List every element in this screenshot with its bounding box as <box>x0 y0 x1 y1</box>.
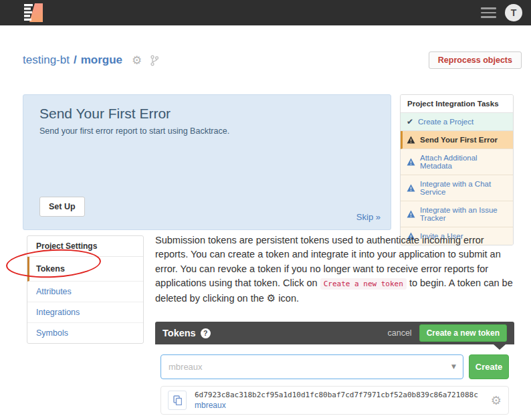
token-row: 6d7923c8ac318b2cf95a1d10d1fc80baf7cd7f79… <box>161 386 509 415</box>
onboarding-subtitle: Send your first error report to start us… <box>39 126 229 136</box>
task-create-a-project[interactable]: ✔ Create a Project <box>401 113 513 131</box>
task-label: Create a Project <box>418 118 473 126</box>
project-settings-gear-icon[interactable]: ⚙ <box>132 55 142 66</box>
create-new-token-button[interactable]: Create a new token <box>419 324 507 342</box>
header-caret-down <box>494 344 506 350</box>
project-settings-panel: Project Settings Tokens Attributes Integ… <box>27 235 144 344</box>
reprocess-objects-button[interactable]: Reprocess objects <box>429 51 522 69</box>
token-owner-input[interactable] <box>161 354 463 379</box>
task-label: Integrate with an Issue Tracker <box>420 206 507 222</box>
hamburger-menu-icon[interactable] <box>481 7 496 17</box>
breadcrumb-org-link[interactable]: testing-bt <box>23 54 70 67</box>
tokens-panel-header: Tokens ? cancel Create a new token <box>155 322 514 344</box>
token-settings-gear-icon[interactable]: ⚙ <box>491 395 502 407</box>
task-integrate-chat-service[interactable]: Integrate with a Chat Service <box>401 175 513 201</box>
warning-icon <box>407 210 415 218</box>
help-icon[interactable]: ? <box>201 328 211 338</box>
settings-item-integrations[interactable]: Integrations <box>27 302 143 323</box>
integration-tasks-header: Project Integration Tasks <box>401 95 513 113</box>
settings-item-tokens[interactable]: Tokens <box>27 257 143 282</box>
task-send-your-first-error[interactable]: Send Your First Error <box>401 131 513 149</box>
setup-button[interactable]: Set Up <box>39 197 85 217</box>
settings-item-symbols[interactable]: Symbols <box>27 323 143 343</box>
breadcrumb-row: testing-bt / morgue ⚙ Reprocess objects <box>23 51 522 70</box>
dropdown-caret-icon[interactable]: ▼ <box>451 363 456 370</box>
task-integrate-issue-tracker[interactable]: Integrate with an Issue Tracker <box>401 201 513 227</box>
task-label: Integrate with a Chat Service <box>420 180 507 196</box>
token-owner-link[interactable]: mbreaux <box>195 401 478 410</box>
top-navbar: T <box>0 0 531 25</box>
onboarding-panel: Send Your First Error Send your first er… <box>23 94 391 230</box>
token-input-row: ▼ Create <box>155 354 514 379</box>
tokens-panel: Tokens ? cancel Create a new token ▼ Cre… <box>155 322 514 415</box>
user-avatar[interactable]: T <box>505 4 522 21</box>
navbar-right: T <box>481 0 522 25</box>
fork-icon[interactable] <box>150 55 159 66</box>
check-icon: ✔ <box>407 118 413 126</box>
gear-icon: ⚙ <box>267 292 276 304</box>
onboarding-title: Send Your First Error <box>39 106 171 122</box>
settings-item-attributes[interactable]: Attributes <box>27 282 143 302</box>
create-token-inline-code: Create a new token <box>320 278 407 290</box>
token-info: 6d7923c8ac318b2cf95a1d10d1fc80baf7cd7f79… <box>195 391 478 410</box>
page: T testing-bt / morgue ⚙ Reprocess object… <box>0 0 531 420</box>
skip-link[interactable]: Skip » <box>356 212 381 222</box>
warning-icon <box>407 136 415 144</box>
breadcrumb-project-link[interactable]: morgue <box>81 54 122 67</box>
warning-icon <box>407 184 415 192</box>
copy-icon <box>173 395 182 405</box>
description-text: icon. <box>276 293 299 304</box>
tokens-panel-title: Tokens <box>163 328 196 338</box>
breadcrumb: testing-bt / morgue ⚙ <box>23 54 159 67</box>
task-label: Attach Additional Metadata <box>420 154 507 170</box>
tokens-description: Submission tokens are persistent tokens … <box>155 233 516 306</box>
token-value: 6d7923c8ac318b2cf95a1d10d1fc80baf7cd7f79… <box>195 391 478 399</box>
backtrace-logo-icon[interactable] <box>22 3 46 23</box>
create-button[interactable]: Create <box>469 354 509 379</box>
copy-token-button[interactable] <box>168 391 187 410</box>
token-owner-select: ▼ <box>161 354 463 379</box>
warning-icon <box>407 158 415 166</box>
project-settings-header: Project Settings <box>27 236 143 257</box>
task-label: Send Your First Error <box>420 136 498 144</box>
integration-tasks-panel: Project Integration Tasks ✔ Create a Pro… <box>400 94 514 245</box>
breadcrumb-separator: / <box>74 54 77 67</box>
cancel-link[interactable]: cancel <box>387 328 411 338</box>
task-attach-additional-metadata[interactable]: Attach Additional Metadata <box>401 149 513 175</box>
